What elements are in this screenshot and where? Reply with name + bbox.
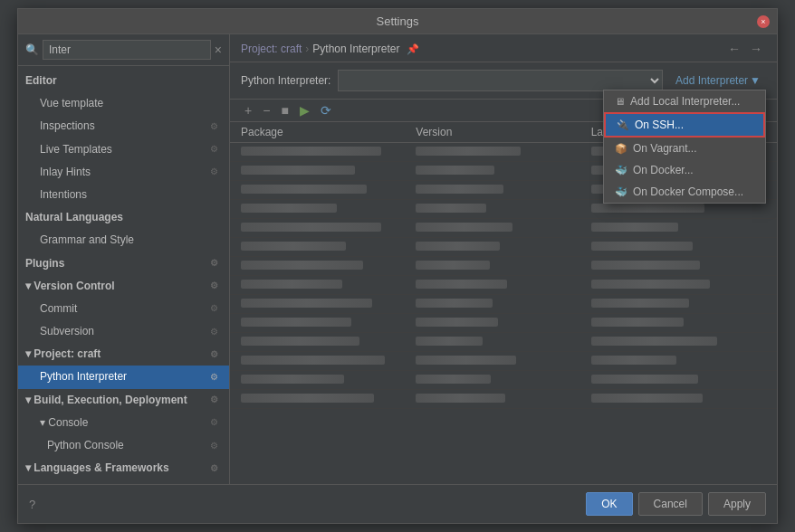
dropdown-item-add-local-label: Add Local Interpreter...	[630, 95, 740, 108]
add-package-button[interactable]: +	[241, 103, 255, 118]
dropdown-item-on-docker-compose[interactable]: 🐳 On Docker Compose...	[604, 181, 765, 203]
interpreter-select[interactable]	[338, 70, 663, 91]
sidebar-item-grammar-style[interactable]: Grammar and Style	[18, 229, 229, 252]
package-name	[241, 203, 416, 215]
close-button[interactable]: ×	[757, 15, 770, 28]
package-latest	[591, 222, 766, 234]
add-interpreter-container: Add Interpreter ▼ 🖥 Add Local Interprete…	[670, 71, 766, 90]
sidebar-item-python-interpreter-label: Python Interpreter	[40, 368, 127, 385]
dropdown-item-on-docker[interactable]: 🐳 On Docker...	[604, 159, 765, 181]
dropdown-item-on-docker-compose-label: On Docker Compose...	[633, 185, 743, 198]
package-version	[416, 184, 590, 196]
remove-package-button[interactable]: −	[259, 103, 273, 118]
sidebar-item-intentions[interactable]: Intentions	[18, 184, 229, 206]
sidebar-item-vue-template[interactable]: Vue template	[18, 92, 229, 115]
apply-button[interactable]: Apply	[708, 492, 766, 516]
package-name	[241, 374, 416, 386]
sidebar-item-editor[interactable]: Editor	[18, 70, 229, 92]
table-row[interactable]	[230, 333, 777, 352]
clear-search-icon[interactable]: ×	[215, 43, 222, 56]
table-row[interactable]	[230, 276, 777, 295]
gear-icon10: ⚙	[210, 393, 218, 407]
dropdown-item-on-ssh[interactable]: 🔌 On SSH...	[604, 112, 765, 138]
sidebar-item-vue-template-label: Vue template	[40, 95, 103, 112]
table-row[interactable]	[230, 219, 777, 238]
package-version	[416, 146, 590, 158]
sidebar-item-natural-languages-label: Natural Languages	[25, 209, 123, 226]
run-button[interactable]: ▶	[296, 103, 313, 118]
table-row[interactable]	[230, 314, 777, 333]
package-latest	[591, 241, 766, 253]
package-name	[241, 184, 416, 196]
sidebar-item-version-control[interactable]: ▾ Version Control ⚙	[18, 275, 229, 298]
nav-back-button[interactable]: ←	[724, 42, 744, 56]
sidebar-item-version-control-label: ▾ Version Control	[25, 278, 115, 295]
package-name	[241, 241, 416, 253]
package-latest	[591, 355, 766, 367]
nav-forward-button[interactable]: →	[746, 42, 766, 56]
sidebar-item-build-execution[interactable]: ▾ Build, Execution, Deployment ⚙	[18, 389, 229, 412]
cancel-button[interactable]: Cancel	[638, 492, 703, 516]
sidebar-item-project-craft[interactable]: ▾ Project: craft ⚙	[18, 343, 229, 366]
dropdown-item-on-vagrant[interactable]: 📦 On Vagrant...	[604, 138, 765, 159]
sidebar-item-build-execution-label: ▾ Build, Execution, Deployment	[25, 392, 187, 409]
package-version	[416, 279, 590, 291]
package-latest	[591, 203, 766, 215]
table-row[interactable]	[230, 257, 777, 276]
dropdown-item-add-local[interactable]: 🖥 Add Local Interpreter...	[604, 90, 765, 112]
sidebar-item-inspections[interactable]: Inspections ⚙	[18, 115, 229, 138]
add-interpreter-dropdown-menu: 🖥 Add Local Interpreter... 🔌 On SSH... 📦…	[603, 90, 766, 204]
sidebar-item-commit-label: Commit	[40, 300, 77, 318]
breadcrumb-separator: ›	[305, 43, 309, 55]
sidebar-item-languages-frameworks-label: ▾ Languages & Frameworks	[25, 460, 169, 477]
dropdown-item-on-ssh-label: On SSH...	[635, 119, 684, 131]
gear-icon12: ⚙	[210, 439, 218, 453]
package-name	[241, 146, 416, 158]
sidebar-item-languages-frameworks[interactable]: ▾ Languages & Frameworks ⚙	[18, 457, 229, 480]
column-version: Version	[416, 126, 590, 138]
sidebar-item-commit[interactable]: Commit ⚙	[18, 298, 229, 320]
table-row[interactable]	[230, 390, 777, 409]
table-row[interactable]	[230, 238, 777, 257]
add-interpreter-button[interactable]: Add Interpreter ▼	[670, 71, 766, 90]
package-version	[416, 260, 590, 272]
package-latest	[591, 336, 766, 348]
sidebar-item-plugins[interactable]: Plugins ⚙	[18, 252, 229, 275]
sidebar-item-python-interpreter[interactable]: Python Interpreter ⚙	[18, 366, 229, 388]
sidebar-item-live-templates[interactable]: Live Templates ⚙	[18, 138, 229, 161]
breadcrumb-current: Python Interpreter	[312, 43, 399, 55]
interpreter-label: Python Interpreter:	[241, 74, 330, 87]
package-name	[241, 393, 416, 405]
dialog-title: Settings	[377, 14, 419, 28]
sidebar-item-live-templates-label: Live Templates	[40, 141, 112, 158]
ok-button[interactable]: OK	[586, 492, 632, 516]
sidebar-item-grammar-style-label: Grammar and Style	[40, 232, 134, 249]
refresh-button[interactable]: ⟳	[317, 103, 335, 118]
interpreter-row: Python Interpreter: Add Interpreter ▼ 🖥 …	[230, 62, 777, 100]
breadcrumb-project: Project: craft	[241, 43, 302, 55]
sidebar-item-natural-languages[interactable]: Natural Languages	[18, 206, 229, 229]
package-name	[241, 222, 416, 234]
table-row[interactable]	[230, 371, 777, 390]
table-row[interactable]	[230, 352, 777, 371]
package-latest	[591, 393, 766, 405]
sidebar-item-inlay-hints[interactable]: Inlay Hints ⚙	[18, 161, 229, 184]
sidebar-item-subversion[interactable]: Subversion ⚙	[18, 320, 229, 343]
gear-icon9: ⚙	[210, 370, 218, 385]
gear-icon3: ⚙	[210, 165, 218, 179]
sidebar-search-input[interactable]	[43, 40, 211, 60]
add-interpreter-dropdown-icon: ▼	[750, 74, 761, 87]
package-version	[416, 374, 590, 386]
sidebar-item-subversion-label: Subversion	[40, 323, 94, 340]
package-version	[416, 241, 590, 253]
gear-icon13: ⚙	[210, 461, 218, 476]
table-row[interactable]	[230, 295, 777, 314]
dropdown-item-on-docker-label: On Docker...	[633, 164, 694, 176]
title-bar: Settings ×	[18, 9, 777, 34]
sidebar-item-console[interactable]: ▾ Console ⚙	[18, 412, 229, 434]
package-name	[241, 298, 416, 310]
gear-icon6: ⚙	[210, 301, 218, 316]
help-icon[interactable]: ?	[29, 498, 35, 511]
sidebar-item-python-console[interactable]: Python Console ⚙	[18, 434, 229, 457]
stop-button[interactable]: ■	[277, 103, 292, 118]
